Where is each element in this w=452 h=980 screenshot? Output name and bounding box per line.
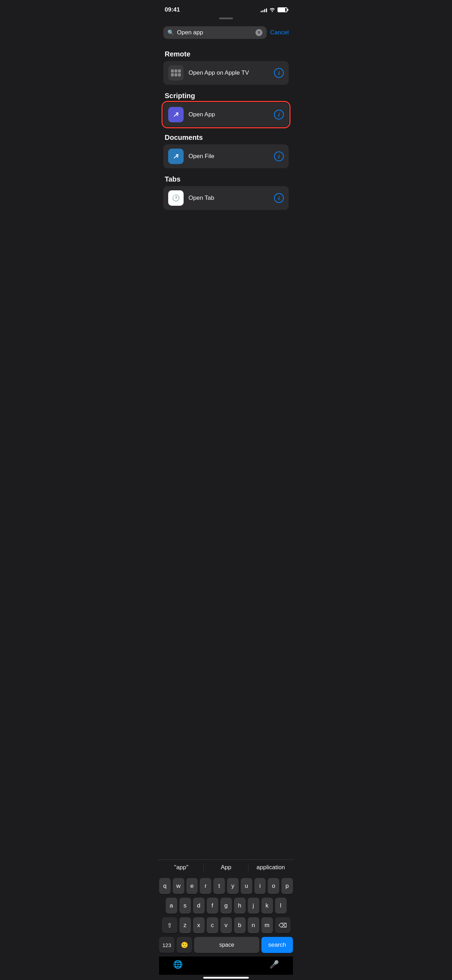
clock-icon: 🕐 bbox=[168, 190, 184, 206]
status-icons bbox=[261, 7, 287, 13]
appletv-icon bbox=[168, 65, 184, 81]
action-row-open-app[interactable]: Open App i bbox=[163, 103, 289, 127]
info-button-open-file[interactable]: i bbox=[274, 151, 284, 161]
info-button-open-tab[interactable]: i bbox=[274, 193, 284, 203]
cancel-button[interactable]: Cancel bbox=[270, 29, 289, 36]
content-area: Remote Open App on Apple TV i Scripting bbox=[158, 43, 294, 216]
wifi-icon bbox=[269, 7, 275, 13]
status-bar: 09:41 bbox=[158, 0, 294, 18]
action-row-open-app-apple-tv[interactable]: Open App on Apple TV i bbox=[163, 61, 289, 85]
search-input-wrapper[interactable]: 🔍 Open app ✕ bbox=[163, 26, 267, 39]
section-header-remote: Remote bbox=[163, 46, 289, 61]
section-header-tabs: Tabs bbox=[163, 171, 289, 186]
action-label-open-app: Open App bbox=[188, 111, 274, 118]
action-row-open-file[interactable]: Open File i bbox=[163, 145, 289, 168]
search-icon: 🔍 bbox=[167, 29, 174, 36]
action-label-open-file: Open File bbox=[188, 153, 274, 160]
action-label-open-app-apple-tv: Open App on Apple TV bbox=[188, 69, 274, 76]
documents-icon bbox=[168, 149, 184, 164]
scripting-icon bbox=[168, 107, 184, 123]
battery-icon bbox=[277, 7, 287, 12]
action-row-open-tab[interactable]: 🕐 Open Tab i bbox=[163, 186, 289, 210]
info-button-open-app[interactable]: i bbox=[274, 110, 284, 119]
status-time: 09:41 bbox=[165, 6, 180, 13]
section-header-scripting: Scripting bbox=[163, 88, 289, 103]
clear-button[interactable]: ✕ bbox=[255, 29, 263, 36]
info-button-open-app-apple-tv[interactable]: i bbox=[274, 68, 284, 78]
search-input[interactable]: Open app bbox=[177, 29, 253, 36]
sheet-handle bbox=[219, 18, 233, 19]
search-bar-container: 🔍 Open app ✕ Cancel bbox=[158, 24, 294, 43]
signal-icon bbox=[261, 7, 267, 12]
action-label-open-tab: Open Tab bbox=[188, 194, 274, 202]
section-header-documents: Documents bbox=[163, 129, 289, 145]
